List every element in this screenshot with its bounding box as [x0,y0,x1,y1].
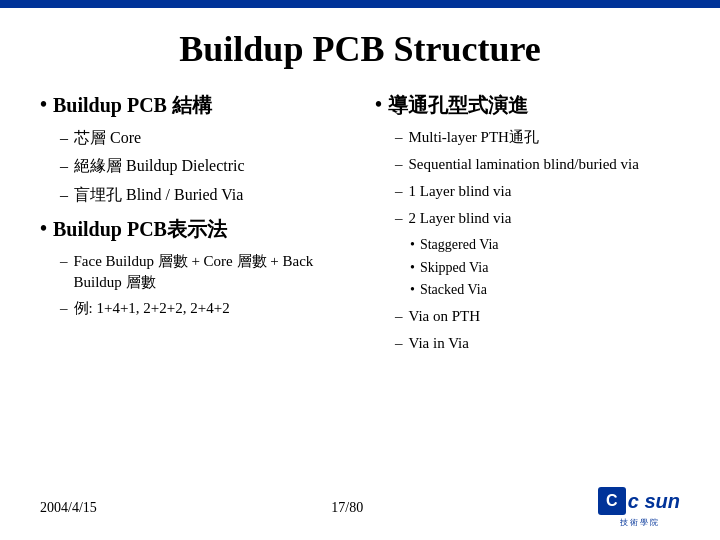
slide-title: Buildup PCB Structure [40,28,680,70]
right-sub-item-3: 2 Layer blind via [395,208,680,229]
left-sub-item-0: 芯層 Core [60,127,345,149]
right-bullet-1-label: 導通孔型式演進 [388,92,528,119]
slide-container: Buildup PCB Structure Buildup PCB 結構 芯層 … [0,8,720,540]
right-sub-item-via-on-pth: Via on PTH [395,306,680,327]
left-bullet-2-label: Buildup PCB表示法 [53,216,227,243]
footer-page: 17/80 [331,500,363,516]
left-column: Buildup PCB 結構 芯層 Core 絕緣層 Buildup Diele… [40,92,345,360]
footer: 2004/4/15 17/80 C c sun 技 術 學 院 [40,487,680,528]
footer-logo: C c sun 技 術 學 院 [598,487,680,528]
nested-bullet-0-text: Staggered Via [420,235,499,255]
left-sub-item-1-text: 絕緣層 Buildup Dielectric [74,155,345,177]
left-bullet-1: Buildup PCB 結構 [40,92,345,119]
left-sub-item-2-1: 例: 1+4+1, 2+2+2, 2+4+2 [60,298,345,319]
nested-bullet-0: Staggered Via [410,235,680,255]
right-sub-items-2: Via on PTH Via in Via [395,306,680,354]
content-columns: Buildup PCB 結構 芯層 Core 絕緣層 Buildup Diele… [40,92,680,360]
logo-c-box: C [598,487,626,515]
footer-date: 2004/4/15 [40,500,97,516]
right-sub-item-3-text: 2 Layer blind via [409,208,512,229]
right-bullet-1: 導通孔型式演進 [375,92,680,119]
right-sub-item-2-text: 1 Layer blind via [409,181,512,202]
right-sub-item-via-in-via: Via in Via [395,333,680,354]
left-sub-items-2: Face Buildup 層數 + Core 層數 + Back Buildup… [60,251,345,319]
left-sub-item-2-0-text: Face Buildup 層數 + Core 層數 + Back Buildup… [74,251,346,293]
nested-bullets: Staggered Via Skipped Via Stacked Via [410,235,680,300]
nested-bullet-2-text: Stacked Via [420,280,487,300]
top-bar [0,0,720,8]
right-sub-item-2: 1 Layer blind via [395,181,680,202]
left-bullet-1-label: Buildup PCB 結構 [53,92,212,119]
left-sub-item-0-text: 芯層 Core [74,127,345,149]
right-sub-items: Multi-layer PTH通孔 Sequential lamination … [395,127,680,300]
left-sub-items-1: 芯層 Core 絕緣層 Buildup Dielectric 盲埋孔 Blind… [60,127,345,206]
logo-subtitle: 技 術 學 院 [620,517,659,528]
right-sub-item-via-in-via-text: Via in Via [409,333,469,354]
left-sub-item-2-1-text: 例: 1+4+1, 2+2+2, 2+4+2 [74,298,230,319]
logo-wrapper: C c sun 技 術 學 院 [598,487,680,528]
left-sub-item-2-0: Face Buildup 層數 + Core 層數 + Back Buildup… [60,251,345,293]
logo-c-text: C [606,492,618,510]
nested-bullet-1: Skipped Via [410,258,680,278]
logo-csun-text: c sun [628,490,680,513]
right-sub-item-0-text: Multi-layer PTH通孔 [409,127,539,148]
left-sub-item-2-text: 盲埋孔 Blind / Buried Via [74,184,345,206]
right-sub-item-0: Multi-layer PTH通孔 [395,127,680,148]
left-bullet-2: Buildup PCB表示法 [40,216,345,243]
nested-bullet-1-text: Skipped Via [420,258,489,278]
right-sub-item-via-on-pth-text: Via on PTH [409,306,481,327]
right-sub-item-1: Sequential lamination blind/buried via [395,154,680,175]
right-sub-item-1-text: Sequential lamination blind/buried via [409,154,639,175]
left-sub-item-1: 絕緣層 Buildup Dielectric [60,155,345,177]
nested-bullet-2: Stacked Via [410,280,680,300]
left-sub-item-2: 盲埋孔 Blind / Buried Via [60,184,345,206]
right-column: 導通孔型式演進 Multi-layer PTH通孔 Sequential lam… [375,92,680,360]
